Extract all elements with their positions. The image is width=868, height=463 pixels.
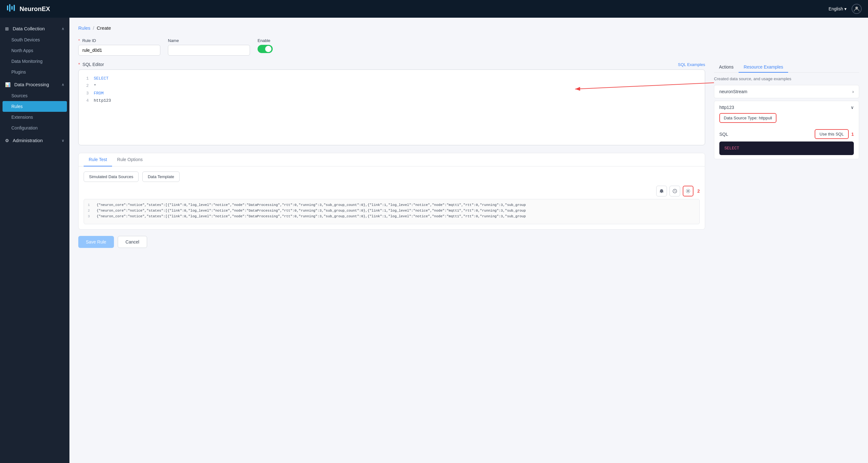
panel-description: Created data source, and usage examples bbox=[714, 77, 859, 81]
rule-id-label: * Rule ID bbox=[78, 38, 160, 43]
breadcrumb-separator: / bbox=[93, 25, 94, 31]
output-text-1: {"neuron_core":"notice","states":[{"link… bbox=[97, 203, 526, 207]
name-label: Name bbox=[168, 38, 250, 43]
simulated-data-sources-button[interactable]: Simulated Data Sources bbox=[84, 172, 138, 182]
rule-id-field: * Rule ID bbox=[78, 38, 160, 56]
sidebar-item-extensions[interactable]: Extensions bbox=[0, 112, 69, 122]
tab-actions[interactable]: Actions bbox=[714, 62, 739, 73]
sql-preview-keyword: SELECT bbox=[724, 146, 739, 151]
sidebar-section-data-processing: 📊 Data Processing ∧ Sources Rules Extens… bbox=[0, 79, 69, 133]
panel-tabs: Actions Resource Examples bbox=[714, 62, 859, 73]
save-rule-button[interactable]: Save Rule bbox=[78, 236, 114, 248]
sql-editor-section: * SQL Editor SQL Examples 1 SELECT 2 * bbox=[78, 62, 705, 145]
form-top-row: * Rule ID Name Enable bbox=[78, 38, 859, 56]
sidebar-item-sources[interactable]: Sources bbox=[0, 90, 69, 101]
clock-icon-btn[interactable] bbox=[670, 186, 680, 197]
enable-field: Enable bbox=[257, 38, 273, 53]
language-selector[interactable]: English ▾ bbox=[829, 6, 846, 11]
tab-rule-options[interactable]: Rule Options bbox=[112, 153, 148, 167]
name-input[interactable] bbox=[168, 45, 250, 56]
sql-required: * bbox=[78, 62, 80, 67]
cancel-button[interactable]: Cancel bbox=[118, 236, 147, 248]
user-avatar[interactable] bbox=[851, 4, 862, 14]
bell-icon-btn[interactable] bbox=[656, 186, 667, 197]
logo-text: NeuronEX bbox=[20, 5, 50, 12]
data-collection-icon: ⊞ bbox=[5, 26, 9, 31]
sidebar-section-administration-header[interactable]: ⚙ Administration ∨ bbox=[0, 135, 69, 146]
enable-label: Enable bbox=[257, 38, 273, 43]
annotation-2: 2 bbox=[697, 189, 700, 194]
breadcrumb-create: Create bbox=[97, 25, 111, 31]
output-num-1: 1 bbox=[88, 203, 93, 207]
data-processing-icon: 📊 bbox=[5, 82, 10, 87]
tab-resource-examples[interactable]: Resource Examples bbox=[739, 62, 788, 73]
rule-id-required: * bbox=[78, 38, 80, 43]
breadcrumb-rules-link[interactable]: Rules bbox=[78, 25, 90, 31]
sidebar: ⊞ Data Collection ∧ South Devices North … bbox=[0, 18, 69, 463]
sidebar-section-administration: ⚙ Administration ∨ bbox=[0, 135, 69, 146]
sidebar-item-rules[interactable]: Rules bbox=[2, 101, 67, 112]
http123-header[interactable]: http123 ∨ bbox=[719, 105, 854, 110]
sql-line-2: 2 * bbox=[84, 82, 700, 89]
sidebar-item-plugins[interactable]: Plugins bbox=[0, 67, 69, 77]
sidebar-item-south-devices[interactable]: South Devices bbox=[0, 34, 69, 45]
data-template-button[interactable]: Data Template bbox=[142, 172, 180, 182]
sql-star: * bbox=[94, 82, 96, 89]
rule-test-buttons: Simulated Data Sources Data Template bbox=[84, 172, 700, 182]
language-label: English bbox=[829, 6, 843, 11]
sidebar-item-north-apps[interactable]: North Apps bbox=[0, 45, 69, 56]
sidebar-section-data-processing-header[interactable]: 📊 Data Processing ∧ bbox=[0, 79, 69, 90]
sql-editor-box[interactable]: 1 SELECT 2 * 3 FROM 4 bbox=[78, 69, 705, 145]
sql-examples-link[interactable]: SQL Examples bbox=[678, 62, 705, 67]
content-wrapper: * SQL Editor SQL Examples 1 SELECT 2 * bbox=[78, 62, 859, 248]
data-collection-label: Data Collection bbox=[12, 26, 45, 31]
sidebar-section-data-collection: ⊞ Data Collection ∧ South Devices North … bbox=[0, 23, 69, 77]
toggle-slider bbox=[257, 45, 273, 53]
sidebar-item-configuration[interactable]: Configuration bbox=[0, 122, 69, 133]
sql-from: FROM bbox=[94, 90, 103, 97]
sidebar-section-data-collection-header[interactable]: ⊞ Data Collection ∧ bbox=[0, 23, 69, 34]
output-text-3: {"neuron_core":"notice","states":[{"link… bbox=[97, 214, 526, 218]
svg-rect-2 bbox=[11, 6, 12, 10]
sidebar-item-data-monitoring[interactable]: Data Monitoring bbox=[0, 56, 69, 67]
header-right: English ▾ bbox=[829, 4, 862, 14]
data-processing-chevron: ∧ bbox=[62, 82, 64, 87]
name-field: Name bbox=[168, 38, 250, 56]
rule-id-input[interactable] bbox=[78, 45, 160, 56]
svg-rect-1 bbox=[9, 4, 10, 12]
language-chevron: ▾ bbox=[844, 6, 846, 11]
enable-toggle-container bbox=[257, 45, 273, 53]
output-line-1: 1 {"neuron_core":"notice","states":[{"li… bbox=[88, 203, 696, 207]
logo: NeuronEX bbox=[6, 3, 50, 15]
sql-line-num-4: 4 bbox=[84, 97, 89, 104]
output-num-2: 2 bbox=[88, 209, 93, 212]
neuron-stream-label: neuronStream bbox=[719, 89, 747, 94]
sql-line-num-1: 1 bbox=[84, 75, 89, 82]
output-line-3: 3 {"neuron_core":"notice","states":[{"li… bbox=[88, 214, 696, 218]
use-sql-button[interactable]: Use this SQL bbox=[815, 129, 849, 139]
svg-point-4 bbox=[856, 7, 858, 9]
svg-rect-0 bbox=[7, 5, 8, 10]
sql-section-label: SQL bbox=[719, 132, 728, 137]
administration-label: Administration bbox=[12, 138, 42, 143]
neuron-stream-chevron: › bbox=[852, 89, 854, 94]
administration-chevron: ∨ bbox=[62, 138, 64, 143]
output-text-2: {"neuron_core":"notice","states":[{"link… bbox=[97, 209, 526, 212]
enable-toggle[interactable] bbox=[257, 45, 273, 53]
right-panel: Actions Resource Examples Created data s… bbox=[714, 62, 859, 248]
neuron-stream-item[interactable]: neuronStream › bbox=[714, 85, 859, 98]
breadcrumb: Rules / Create bbox=[78, 25, 859, 31]
svg-rect-3 bbox=[13, 5, 15, 11]
left-content: * SQL Editor SQL Examples 1 SELECT 2 * bbox=[78, 62, 705, 248]
rule-test-content: Simulated Data Sources Data Template bbox=[79, 167, 705, 229]
layout: ⊞ Data Collection ∧ South Devices North … bbox=[0, 18, 868, 463]
svg-point-6 bbox=[687, 191, 689, 192]
output-line-2: 2 {"neuron_core":"notice","states":[{"li… bbox=[88, 209, 696, 212]
logo-icon bbox=[6, 3, 17, 15]
http123-item: http123 ∨ Data Source Type: httppull SQL… bbox=[714, 101, 859, 159]
http123-chevron: ∨ bbox=[850, 105, 854, 110]
sql-preview-box: SELECT bbox=[719, 142, 854, 155]
settings-icon-btn[interactable] bbox=[683, 186, 693, 197]
tab-rule-test[interactable]: Rule Test bbox=[84, 153, 112, 167]
tool-icons-row: 2 bbox=[84, 186, 700, 197]
